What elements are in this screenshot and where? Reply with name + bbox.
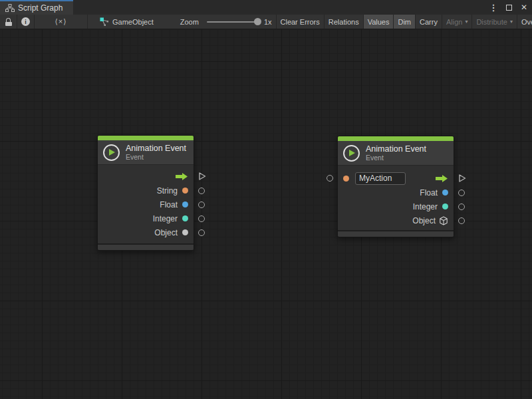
zoom-slider-handle[interactable] xyxy=(254,18,261,25)
distribute-dropdown[interactable]: Distribute ▾ xyxy=(472,15,517,29)
name-input-row xyxy=(338,171,454,186)
string-dot-icon xyxy=(182,188,188,194)
node-subtitle: Event xyxy=(366,154,426,162)
object-dot-icon xyxy=(182,229,188,235)
float-output-port[interactable] xyxy=(458,190,465,196)
flow-output-row xyxy=(98,169,194,184)
node-footer xyxy=(98,243,194,250)
port-label: Object xyxy=(412,216,436,225)
graph-canvas[interactable]: Animation Event Event String Float xyxy=(0,29,532,399)
node-animation-event-2[interactable]: Animation Event Event Float xyxy=(337,136,454,237)
port-row-integer: Integer xyxy=(338,200,454,213)
carry-toggle[interactable]: Carry xyxy=(416,15,442,29)
float-dot-icon xyxy=(182,201,188,207)
node-title: Animation Event xyxy=(126,144,186,153)
overview-button[interactable]: Overv xyxy=(517,15,532,29)
tab-label: Script Graph xyxy=(18,3,63,13)
distribute-label: Distribute xyxy=(476,18,507,26)
port-row-float: Float xyxy=(338,186,454,200)
align-dropdown[interactable]: Align ▾ xyxy=(442,15,472,29)
gameobject-icon xyxy=(100,17,109,26)
node-accent-bar xyxy=(98,136,194,140)
port-label: Float xyxy=(420,188,438,198)
integer-output-port[interactable] xyxy=(198,215,205,222)
string-dot-icon xyxy=(343,176,349,182)
string-output-port[interactable] xyxy=(198,188,205,194)
lock-button[interactable] xyxy=(0,15,17,29)
flow-output-port[interactable] xyxy=(458,174,466,183)
node-footer xyxy=(338,230,454,237)
info-button[interactable]: i xyxy=(17,15,35,29)
port-label: Object xyxy=(154,228,178,237)
port-row-float: Float xyxy=(98,198,194,211)
port-row-integer: Integer xyxy=(98,211,194,225)
node-animation-event-1[interactable]: Animation Event Event String Float xyxy=(97,135,194,251)
flow-arrow-icon xyxy=(175,172,188,181)
window-controls: ⋮ ✕ xyxy=(488,0,529,15)
code-view-button[interactable]: ⟨×⟩ xyxy=(35,15,88,29)
zoom-value: 1x xyxy=(264,18,272,26)
port-label: Float xyxy=(160,200,178,209)
zoom-label: Zoom xyxy=(180,18,199,26)
flow-output-port[interactable] xyxy=(198,172,206,181)
chevron-down-icon: ▾ xyxy=(465,19,467,25)
float-dot-icon xyxy=(442,190,448,196)
zoom-slider[interactable] xyxy=(207,21,259,23)
port-row-object: Object xyxy=(338,213,454,227)
zoom-control: Zoom 1x xyxy=(180,15,272,29)
event-play-icon xyxy=(343,145,360,162)
integer-dot-icon xyxy=(442,203,448,209)
event-play-icon xyxy=(103,144,120,161)
cube-icon xyxy=(439,216,448,225)
port-row-string: String xyxy=(98,184,194,198)
graph-target[interactable]: GameObject xyxy=(93,15,160,29)
node-body: String Float Integer Object xyxy=(98,165,194,243)
close-icon[interactable]: ✕ xyxy=(519,2,529,13)
lock-icon xyxy=(5,18,12,26)
node-header[interactable]: Animation Event Event xyxy=(98,140,194,165)
object-output-port[interactable] xyxy=(198,229,205,236)
title-bar: Script Graph ⋮ ✕ xyxy=(0,0,532,15)
align-label: Align xyxy=(446,18,462,26)
node-body: Float Integer Object xyxy=(338,166,454,230)
port-row-object: Object xyxy=(98,225,194,239)
clear-errors-button[interactable]: Clear Errors xyxy=(276,15,325,29)
flow-arrow-icon xyxy=(435,174,448,183)
graph-icon xyxy=(5,4,15,12)
maximize-icon[interactable] xyxy=(503,2,514,13)
info-icon: i xyxy=(21,17,30,26)
integer-dot-icon xyxy=(182,215,188,221)
action-name-input[interactable] xyxy=(355,172,406,185)
node-title: Animation Event xyxy=(366,144,426,154)
graph-toolbar: i ⟨×⟩ GameObject Zoom 1x Clear Errors Re… xyxy=(0,15,532,29)
port-label: Integer xyxy=(153,214,178,223)
gameobject-label: GameObject xyxy=(112,18,154,26)
node-header[interactable]: Animation Event Event xyxy=(338,141,454,166)
relations-button[interactable]: Relations xyxy=(325,15,364,29)
node-subtitle: Event xyxy=(126,153,186,161)
window-menu-icon[interactable]: ⋮ xyxy=(488,2,499,13)
port-label: String xyxy=(157,186,178,196)
tab-script-graph[interactable]: Script Graph xyxy=(0,0,73,15)
port-label: Integer xyxy=(413,202,438,211)
integer-output-port[interactable] xyxy=(458,203,465,210)
node-accent-bar xyxy=(338,136,454,141)
object-output-port[interactable] xyxy=(458,217,465,224)
dim-toggle[interactable]: Dim xyxy=(394,15,416,29)
toolbar-toggles: Clear Errors Relations Values Dim Carry … xyxy=(276,15,532,29)
float-output-port[interactable] xyxy=(198,201,205,208)
chevron-down-icon: ▾ xyxy=(510,19,513,25)
values-toggle[interactable]: Values xyxy=(364,15,394,29)
name-input-port[interactable] xyxy=(327,175,333,182)
